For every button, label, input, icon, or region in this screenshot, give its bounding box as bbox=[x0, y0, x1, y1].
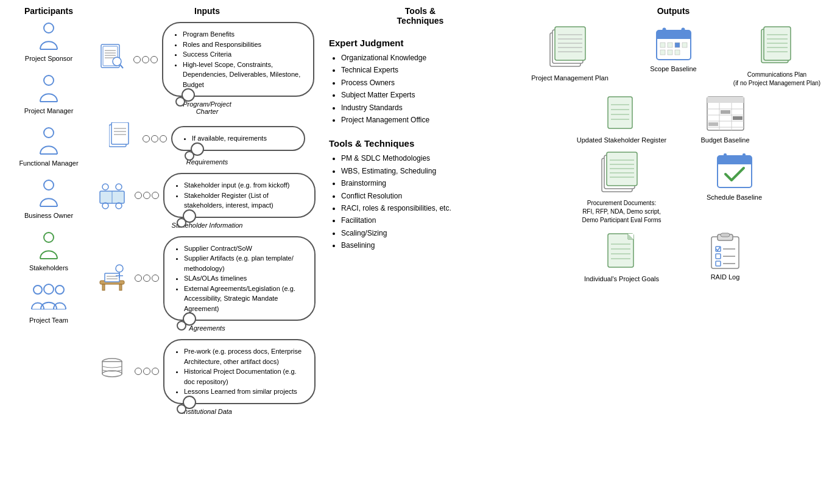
output-project-management-plan: Project Management Plan bbox=[524, 26, 616, 88]
connector-dots-requirements bbox=[142, 135, 168, 142]
tt-item-7: Scaling/Sizing bbox=[341, 227, 512, 239]
participants-header: Participants bbox=[24, 6, 73, 16]
svg-rect-95 bbox=[724, 153, 727, 159]
svg-rect-105 bbox=[721, 233, 730, 237]
input-block-requirements: If available, requirements Requirements bbox=[91, 122, 323, 166]
output-stakeholder-register: Updated Stakeholder Register bbox=[576, 94, 668, 145]
person-icon-functional bbox=[38, 127, 60, 157]
ej-item-3: Process Owners bbox=[341, 77, 512, 89]
input-block-charter: Program Benefits Roles and Responsibilit… bbox=[91, 22, 323, 115]
tt-section-title: Tools & Techniques bbox=[329, 138, 512, 149]
tt-header: Tools &Techniques bbox=[329, 6, 512, 26]
svg-rect-31 bbox=[105, 273, 119, 282]
input-block-institutional: Pre-work (e.g. process docs, Enterprise … bbox=[91, 339, 323, 415]
stack-doc2-icon bbox=[601, 151, 643, 197]
calendar-check-icon bbox=[716, 151, 753, 191]
svg-rect-53 bbox=[660, 43, 665, 47]
requirements-icon bbox=[109, 122, 133, 155]
participant-label: Project Team bbox=[29, 317, 68, 324]
ej-item-6: Project Management Office bbox=[341, 114, 512, 126]
svg-rect-58 bbox=[668, 50, 672, 55]
output-label: Individual's Project Goals bbox=[584, 275, 659, 284]
cloud-stakeholder: Stakeholder input (e.g. from kickoff) St… bbox=[163, 173, 316, 218]
outputs-column: Outputs Project Management Plan bbox=[512, 6, 823, 498]
svg-point-5 bbox=[34, 285, 42, 294]
cloud-institutional: Pre-work (e.g. process docs, Enterprise … bbox=[163, 339, 316, 404]
svg-point-7 bbox=[55, 285, 64, 294]
ej-item-4: Subject Matter Experts bbox=[341, 89, 512, 101]
connector-dots-charter bbox=[133, 56, 158, 63]
svg-rect-30 bbox=[119, 284, 122, 290]
clipboard-icon bbox=[708, 231, 742, 270]
participant-project-sponsor: Project Sponsor bbox=[25, 22, 72, 62]
input-label-agreements: Agreements bbox=[189, 324, 225, 332]
ej-item-2: Technical Experts bbox=[341, 64, 512, 76]
svg-point-3 bbox=[44, 180, 54, 190]
svg-line-16 bbox=[120, 65, 123, 68]
participants-column: Participants Project Sponsor Project Man… bbox=[6, 6, 91, 498]
inputs-header: Inputs bbox=[194, 6, 220, 16]
calendar-icon bbox=[655, 26, 692, 62]
svg-rect-29 bbox=[102, 284, 105, 290]
svg-rect-81 bbox=[721, 110, 730, 114]
ej-item-1: Organizational Knowledge bbox=[341, 52, 512, 64]
table-doc-icon bbox=[704, 94, 747, 133]
participant-project-manager: Project Manager bbox=[24, 74, 74, 114]
svg-rect-57 bbox=[660, 50, 665, 55]
inputs-column: Inputs bbox=[91, 6, 323, 498]
expert-judgment-section: Expert Judgment Organizational Knowledge… bbox=[329, 38, 512, 126]
expert-judgment-title: Expert Judgment bbox=[329, 38, 512, 48]
person-icon-business bbox=[38, 179, 60, 209]
output-individual-goals: Individual's Project Goals bbox=[576, 231, 668, 284]
outputs-grid: Project Management Plan bbox=[524, 26, 823, 284]
charter-icon bbox=[100, 43, 124, 75]
outputs-header: Outputs bbox=[524, 6, 823, 16]
connector-dots-stakeholder bbox=[134, 192, 160, 199]
svg-rect-59 bbox=[675, 50, 680, 55]
output-label: Schedule Baseline bbox=[707, 193, 762, 202]
person-icon-manager bbox=[38, 74, 60, 105]
ej-item-5: Industry Standards bbox=[341, 102, 512, 114]
cloud-charter: Program Benefits Roles and Responsibilit… bbox=[162, 22, 314, 97]
output-budget-baseline: Budget Baseline bbox=[680, 94, 771, 145]
svg-rect-108 bbox=[716, 254, 721, 259]
output-schedule-baseline: Schedule Baseline bbox=[689, 151, 780, 225]
person-icon-sponsor bbox=[38, 22, 60, 52]
svg-point-1 bbox=[44, 75, 54, 85]
output-procurement-docs: Procurement Documents:RFI, RFP, NDA, Dem… bbox=[567, 151, 677, 225]
tt-item-2: WBS, Estimating, Scheduling bbox=[341, 165, 512, 177]
doc-green-small-icon bbox=[605, 94, 638, 133]
participant-functional-manager: Functional Manager bbox=[19, 127, 78, 167]
participant-label: Stakeholders bbox=[29, 264, 68, 271]
output-label: Communications Plan(if no Project Manage… bbox=[733, 71, 820, 88]
output-raid-log: RAID Log bbox=[680, 231, 771, 284]
input-block-stakeholder: Stakeholder input (e.g. from kickoff) St… bbox=[91, 173, 323, 229]
input-block-agreements: Supplier Contract/SoW Supplier Artifacts… bbox=[91, 236, 323, 332]
expert-judgment-list: Organizational Knowledge Technical Exper… bbox=[329, 52, 512, 126]
doc-green2-icon bbox=[605, 231, 638, 272]
svg-rect-52 bbox=[682, 28, 685, 34]
tt-item-8: Baselining bbox=[341, 239, 512, 251]
svg-point-6 bbox=[44, 284, 54, 294]
person-group-icon-team bbox=[30, 284, 67, 314]
svg-rect-54 bbox=[668, 43, 672, 47]
database-icon bbox=[99, 355, 125, 388]
output-label: Project Management Plan bbox=[531, 74, 609, 83]
tt-list: PM & SDLC Methodologies WBS, Estimating,… bbox=[329, 152, 512, 251]
cloud-requirements: If available, requirements bbox=[171, 126, 305, 151]
participant-project-team: Project Team bbox=[29, 284, 68, 324]
svg-rect-110 bbox=[716, 261, 721, 266]
svg-rect-82 bbox=[733, 116, 743, 120]
svg-rect-55 bbox=[675, 43, 680, 47]
tt-item-6: Facilitation bbox=[341, 214, 512, 226]
svg-rect-94 bbox=[718, 161, 752, 164]
svg-point-15 bbox=[113, 57, 121, 66]
svg-rect-50 bbox=[657, 35, 691, 39]
output-label: Budget Baseline bbox=[700, 136, 749, 145]
output-scope-baseline: Scope Baseline bbox=[628, 26, 719, 88]
tools-techniques-column: Tools &Techniques Expert Judgment Organi… bbox=[323, 6, 512, 498]
person-icon-stakeholders bbox=[38, 231, 60, 262]
svg-point-25 bbox=[116, 184, 122, 190]
cloud-agreements: Supplier Contract/SoW Supplier Artifacts… bbox=[163, 236, 316, 321]
svg-point-34 bbox=[116, 265, 123, 272]
